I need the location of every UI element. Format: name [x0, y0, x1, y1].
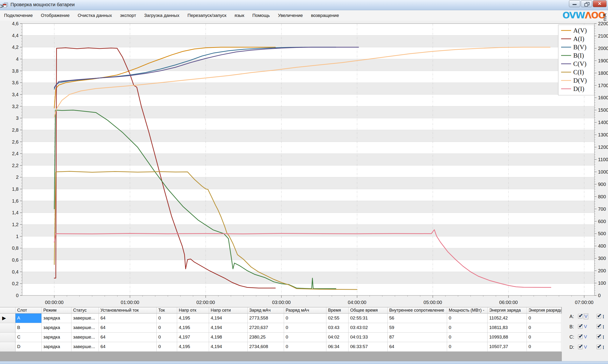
column-header-rowhdr[interactable]	[0, 307, 15, 313]
cell-total-time-D[interactable]: 06:33:57	[349, 342, 388, 352]
cell-internal-resistance-A[interactable]: 56	[388, 313, 447, 323]
cell-voltage-net-D[interactable]: 4,194	[209, 342, 247, 352]
cell-set-current-C[interactable]: 64	[99, 333, 157, 342]
cell-discharge-energy-A[interactable]: 0	[527, 313, 561, 323]
cell-mode-D[interactable]: зарядка	[42, 342, 71, 352]
cell-charge-energy-C[interactable]: 10993,88	[488, 333, 527, 342]
cell-voltage-open-D[interactable]: 4,195	[177, 342, 209, 352]
cell-slot-C[interactable]: C	[15, 333, 42, 342]
cell-charge-mah-B[interactable]: 2720,637	[247, 323, 284, 333]
cell-current-B[interactable]: 0	[157, 323, 177, 333]
cell-charge-mah-D[interactable]: 2734,608	[247, 342, 284, 352]
cell-power-B[interactable]: 0	[447, 323, 488, 333]
menu-item-return[interactable]: возвращение	[307, 10, 343, 20]
cell-time-C[interactable]: 04:02	[326, 333, 349, 342]
menu-item-restart-start[interactable]: Перезапуск/запуск	[183, 10, 231, 20]
cell-time-B[interactable]: 03:43	[326, 323, 349, 333]
row-header-C[interactable]	[0, 333, 15, 342]
row-header-D[interactable]	[0, 342, 15, 352]
cell-current-C[interactable]: 0	[157, 333, 177, 342]
column-header-power[interactable]: Мощность (МВт) -	[447, 307, 488, 313]
column-header-time[interactable]: Время	[326, 307, 349, 313]
cell-slot-A[interactable]: A	[15, 313, 42, 323]
cell-charge-energy-A[interactable]: 11052,42	[488, 313, 527, 323]
cell-discharge-energy-D[interactable]: 0	[527, 342, 561, 352]
cell-total-time-B[interactable]: 03:43:02	[349, 323, 388, 333]
column-header-set-current[interactable]: Установленный ток	[99, 307, 157, 313]
cell-time-D[interactable]: 06:34	[326, 342, 349, 352]
cell-time-A[interactable]: 02:55	[326, 313, 349, 323]
column-header-charge-energy[interactable]: Энергия заряда	[488, 307, 527, 313]
column-header-charge-mah[interactable]: Заряд мАч	[247, 307, 284, 313]
cell-discharge-energy-C[interactable]: 0	[527, 333, 561, 342]
cell-mode-B[interactable]: зарядка	[42, 323, 71, 333]
cell-status-A[interactable]: заверше...	[71, 313, 99, 323]
cell-status-D[interactable]: заверше...	[71, 342, 99, 352]
row-header-B[interactable]	[0, 323, 15, 333]
cell-slot-B[interactable]: B	[15, 323, 42, 333]
v-checkbox-A[interactable]: ✔	[578, 314, 582, 319]
cell-current-A[interactable]: 0	[157, 313, 177, 323]
column-header-voltage-open[interactable]: Напр отк	[177, 307, 209, 313]
column-header-voltage-net[interactable]: Напр сети	[209, 307, 247, 313]
cell-charge-energy-B[interactable]: 10811,83	[488, 323, 527, 333]
cell-mode-A[interactable]: зарядка	[42, 313, 71, 323]
column-header-status[interactable]: Статус	[71, 307, 99, 313]
close-button[interactable]: ✕	[593, 0, 607, 7]
cell-voltage-open-B[interactable]: 4,195	[177, 323, 209, 333]
menu-item-export[interactable]: экспорт	[116, 10, 140, 20]
cell-status-C[interactable]: заверше...	[71, 333, 99, 342]
cell-total-time-A[interactable]: 02:55:31	[349, 313, 388, 323]
v-checkbox-B[interactable]: ✔	[578, 324, 582, 329]
cell-discharge-mah-A[interactable]: 0	[284, 313, 326, 323]
cell-charge-mah-C[interactable]: 2380,25	[247, 333, 284, 342]
cell-internal-resistance-C[interactable]: 87	[388, 333, 447, 342]
cell-discharge-mah-C[interactable]: 0	[284, 333, 326, 342]
cell-voltage-net-A[interactable]: 4,194	[209, 313, 247, 323]
menu-item-zoom[interactable]: Увеличение	[274, 10, 307, 20]
column-header-mode[interactable]: Режим	[42, 307, 71, 313]
i-checkbox-B[interactable]: ✔	[596, 324, 601, 329]
i-checkbox-D[interactable]: ✔	[596, 345, 601, 349]
cell-voltage-open-A[interactable]: 4,195	[177, 313, 209, 323]
v-checkbox-C[interactable]: ✔	[578, 335, 582, 339]
minimize-button[interactable]	[569, 0, 580, 7]
column-header-internal-resistance[interactable]: Внутреннее сопротивление	[388, 307, 447, 313]
cell-charge-energy-D[interactable]: 10507,37	[488, 342, 527, 352]
column-header-discharge-mah[interactable]: Разряд мАч	[284, 307, 326, 313]
cell-internal-resistance-B[interactable]: 59	[388, 323, 447, 333]
menu-item-language[interactable]: язык	[231, 10, 248, 20]
column-header-slot[interactable]: Слот	[15, 307, 42, 313]
cell-charge-mah-A[interactable]: 2773,558	[247, 313, 284, 323]
cell-mode-C[interactable]: зарядка	[42, 333, 71, 342]
cell-discharge-energy-B[interactable]: 0	[527, 323, 561, 333]
cell-voltage-net-C[interactable]: 4,198	[209, 333, 247, 342]
menu-item-load-data[interactable]: Загрузка данных	[140, 10, 183, 20]
cell-voltage-net-B[interactable]: 4,194	[209, 323, 247, 333]
menu-item-connection[interactable]: Подключение	[0, 10, 37, 20]
cell-internal-resistance-D[interactable]: 64	[388, 342, 447, 352]
menu-item-help[interactable]: Помощь	[248, 10, 274, 20]
cell-discharge-mah-D[interactable]: 0	[284, 342, 326, 352]
cell-set-current-B[interactable]: 64	[99, 323, 157, 333]
cell-power-C[interactable]: 0	[447, 333, 488, 342]
cell-current-D[interactable]: 0	[157, 342, 177, 352]
i-checkbox-A[interactable]: ✔	[596, 314, 601, 319]
restore-button[interactable]	[581, 0, 592, 7]
cell-set-current-D[interactable]: 64	[99, 342, 157, 352]
cell-total-time-C[interactable]: 04:01:33	[349, 333, 388, 342]
cell-set-current-A[interactable]: 64	[99, 313, 157, 323]
cell-discharge-mah-B[interactable]: 0	[284, 323, 326, 333]
v-checkbox-D[interactable]: ✔	[578, 345, 582, 349]
i-checkbox-C[interactable]: ✔	[596, 335, 601, 339]
cell-power-D[interactable]: 0	[447, 342, 488, 352]
row-header-A[interactable]: ▶	[0, 313, 15, 323]
cell-status-B[interactable]: заверше...	[71, 323, 99, 333]
cell-slot-D[interactable]: D	[15, 342, 42, 352]
menu-item-display[interactable]: Отображение	[37, 10, 74, 20]
column-header-discharge-energy[interactable]: Энергия разряда	[527, 307, 561, 313]
column-header-current[interactable]: Ток	[157, 307, 177, 313]
cell-power-A[interactable]: 0	[447, 313, 488, 323]
cell-voltage-open-C[interactable]: 4,197	[177, 333, 209, 342]
menu-item-clear-data[interactable]: Очистка данных	[74, 10, 116, 20]
